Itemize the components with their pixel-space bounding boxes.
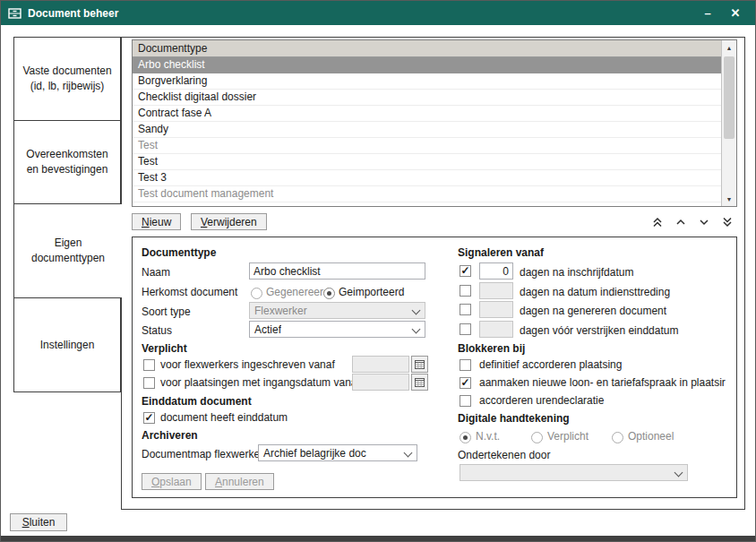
annuleren-button[interactable]: Annuleren bbox=[205, 473, 274, 490]
documentmap-select[interactable]: Archief belagrijke doc bbox=[258, 444, 417, 461]
signaleren-inschrijf-label: dagen na inschrijfdatum bbox=[520, 266, 633, 279]
titlebar: Document beheer – ✕ bbox=[1, 1, 755, 25]
signaleren-inschrijf-checkbox[interactable] bbox=[460, 265, 471, 277]
einddatum-checkbox-label: document heeft einddatum bbox=[160, 411, 288, 424]
section-documenttype: Documenttype bbox=[142, 246, 216, 259]
list-item[interactable]: Arbo checklist bbox=[133, 57, 721, 73]
chevron-down-icon bbox=[674, 469, 683, 477]
verplicht-flexwerkers-checkbox[interactable] bbox=[143, 359, 155, 371]
tab-overeenkomsten[interactable]: Overeenkomsten en bevestigingen bbox=[13, 120, 121, 204]
status-label: Status bbox=[142, 324, 172, 337]
radio-geimporteerd[interactable] bbox=[323, 288, 335, 299]
section-signaleren: Signaleren vanaf bbox=[458, 246, 544, 259]
document-beheer-window: Document beheer – ✕ Vaste documenten (id… bbox=[0, 0, 756, 542]
blokkeren-loon-checkbox[interactable] bbox=[460, 377, 471, 389]
radio-nvt-label: N.v.t. bbox=[476, 430, 500, 443]
plaatsingen-vanaf-input[interactable] bbox=[352, 374, 409, 391]
signaleren-einddatum-label: dagen vóór verstrijken einddatum bbox=[520, 324, 678, 337]
calendar-button[interactable] bbox=[411, 356, 428, 373]
section-blokkeren: Blokkeren bij bbox=[458, 342, 525, 355]
signaleren-genereren-checkbox[interactable] bbox=[460, 304, 471, 315]
list-item[interactable]: Borgverklaring bbox=[133, 73, 721, 90]
blokkeren-uren-checkbox[interactable] bbox=[460, 395, 471, 407]
radio-geimporteerd-label: Geimporteerd bbox=[339, 286, 404, 298]
dagen-indienst-input[interactable] bbox=[479, 282, 513, 299]
list-item[interactable]: Test bbox=[133, 138, 721, 154]
documenttype-list: Documenttype Arbo checklist Borgverklari… bbox=[132, 39, 737, 207]
sluiten-button[interactable]: Sluiten bbox=[10, 513, 67, 531]
chevron-down-icon bbox=[404, 449, 413, 458]
column-header-documenttype[interactable]: Documenttype bbox=[133, 40, 721, 57]
radio-verplicht[interactable] bbox=[531, 432, 543, 443]
document-form: Documenttype Naam Herkomst document Gege… bbox=[132, 237, 737, 498]
ondertekenen-select[interactable] bbox=[460, 464, 688, 481]
dagen-inschrijf-input[interactable] bbox=[479, 262, 513, 280]
blokkeren-uren-label: accorderen urendeclaratie bbox=[479, 394, 604, 407]
tab-vaste-documenten[interactable]: Vaste documenten (id, lb, rijbewijs) bbox=[13, 37, 121, 121]
chevron-down-icon bbox=[412, 325, 421, 334]
verplicht-flexwerkers-label: voor flexwerkers ingeschreven vanaf bbox=[160, 358, 335, 371]
ondertekenen-label: Ondertekenen door bbox=[458, 449, 550, 461]
close-button[interactable]: ✕ bbox=[725, 6, 746, 20]
naam-input[interactable] bbox=[249, 262, 425, 280]
soort-type-label: Soort type bbox=[142, 305, 191, 318]
scroll-thumb[interactable] bbox=[724, 56, 735, 139]
calendar-button[interactable] bbox=[411, 374, 428, 391]
verplicht-plaatsingen-checkbox[interactable] bbox=[143, 377, 155, 389]
scroll-up-icon[interactable] bbox=[722, 40, 736, 55]
signaleren-genereren-label: dagen na genereren document bbox=[520, 305, 666, 317]
move-top-button[interactable] bbox=[649, 215, 666, 229]
list-item[interactable]: Test 3 bbox=[133, 170, 721, 186]
tab-instellingen[interactable]: Instellingen bbox=[13, 297, 121, 392]
move-bottom-button[interactable] bbox=[718, 215, 735, 229]
move-down-button[interactable] bbox=[695, 215, 712, 229]
dagen-einddatum-input[interactable] bbox=[479, 321, 513, 338]
list-item[interactable]: Test bbox=[133, 154, 721, 170]
chevron-down-icon bbox=[412, 306, 421, 315]
list-item[interactable]: Sandy bbox=[133, 122, 721, 138]
main-panel: Documenttype Arbo checklist Borgverklari… bbox=[121, 37, 745, 510]
soort-type-select[interactable]: Flexwerker bbox=[249, 302, 425, 319]
blokkeren-plaatsing-label: definitief accorderen plaatsing bbox=[479, 358, 622, 371]
window-title: Document beheer bbox=[28, 7, 118, 20]
verwijderen-button[interactable]: Verwijderen bbox=[191, 213, 267, 230]
scroll-down-icon[interactable] bbox=[722, 192, 736, 206]
list-item[interactable]: Contract fase A bbox=[133, 106, 721, 122]
signaleren-indienst-label: dagen na datum indiensttreding bbox=[520, 286, 670, 298]
radio-optioneel-label: Optioneel bbox=[628, 430, 674, 443]
blokkeren-plaatsing-checkbox[interactable] bbox=[460, 359, 471, 371]
opslaan-button[interactable]: Opslaan bbox=[142, 473, 202, 490]
naam-label: Naam bbox=[142, 266, 170, 279]
radio-gegenereerd-label: Gegenereerd bbox=[266, 286, 330, 298]
herkomst-label: Herkomst document bbox=[142, 286, 237, 298]
nieuw-button[interactable]: Nieuw bbox=[132, 213, 181, 230]
signaleren-einddatum-checkbox[interactable] bbox=[460, 323, 471, 335]
einddatum-checkbox[interactable] bbox=[143, 412, 155, 424]
documentmap-label: Documentmap flexwerker bbox=[142, 448, 263, 460]
tab-eigen-documenttypen[interactable]: Eigen documenttypen bbox=[13, 203, 122, 298]
flexwerkers-vanaf-input[interactable] bbox=[352, 356, 409, 373]
section-verplicht: Verplicht bbox=[142, 342, 187, 355]
section-einddatum: Einddatum document bbox=[142, 395, 252, 408]
move-up-button[interactable] bbox=[672, 215, 689, 229]
document-manager-icon bbox=[8, 8, 21, 19]
list-scrollbar[interactable] bbox=[721, 40, 736, 206]
radio-verplicht-label: Verplicht bbox=[547, 430, 588, 443]
list-body: Arbo checklist Borgverklaring Checklist … bbox=[133, 57, 721, 206]
reorder-buttons bbox=[649, 215, 735, 229]
minimize-button[interactable]: – bbox=[697, 6, 718, 20]
list-item[interactable]: Test document management bbox=[133, 186, 721, 202]
status-select[interactable]: Actief bbox=[249, 321, 425, 338]
radio-gegenereerd[interactable] bbox=[251, 288, 262, 299]
section-handtekening: Digitale handtekening bbox=[458, 412, 570, 425]
verplicht-plaatsingen-label: voor plaatsingen met ingangsdatum vanaf bbox=[160, 376, 360, 389]
signaleren-indienst-checkbox[interactable] bbox=[460, 285, 471, 297]
list-item[interactable]: Checklist digitaal dossier bbox=[133, 90, 721, 106]
dagen-genereren-input[interactable] bbox=[479, 301, 513, 318]
section-archiveren: Archiveren bbox=[142, 429, 198, 442]
window-bottom-edge bbox=[1, 536, 755, 541]
radio-nvt[interactable] bbox=[460, 432, 471, 443]
radio-optioneel[interactable] bbox=[612, 432, 623, 443]
blokkeren-loon-label: aanmaken nieuwe loon- en tariefafspraak … bbox=[479, 376, 726, 389]
